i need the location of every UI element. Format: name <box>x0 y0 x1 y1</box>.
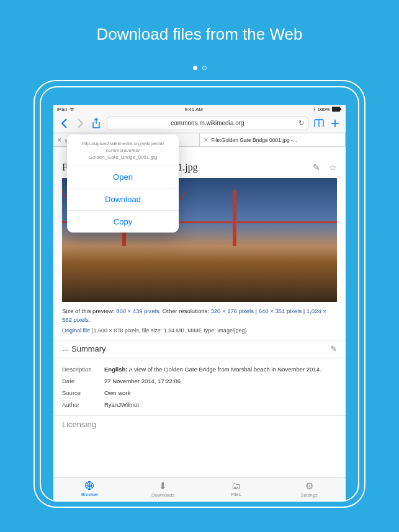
wifi-icon <box>69 107 75 112</box>
forward-button <box>74 118 86 128</box>
edit-icon[interactable]: ✎ <box>313 162 320 172</box>
popover-copy[interactable]: Copy <box>67 211 179 233</box>
gear-icon: ⚙ <box>305 481 313 492</box>
svg-rect-1 <box>340 108 341 110</box>
summary-table: DescriptionEnglish: A view of the Golden… <box>53 358 346 415</box>
image-meta: Size of this preview: 800 × 439 pixels. … <box>53 307 346 327</box>
battery-icon <box>332 107 342 112</box>
summary-header[interactable]: ︿Summary ✎ <box>53 340 346 358</box>
close-icon[interactable]: ✕ <box>57 137 62 143</box>
chevron-up-icon: ︿ <box>62 345 69 353</box>
tab-downloads[interactable]: ⬇Downloads <box>127 477 200 500</box>
device-frame-inner: iPad 9:41 AM ᚼ 100% commons.m.wikimedia.… <box>40 86 359 502</box>
tab-label: File:Golden Gate Bridge 0001.jpg -... <box>212 137 297 143</box>
table-row: DescriptionEnglish: A view of the Golden… <box>62 363 337 375</box>
bluetooth-icon: ᚼ <box>313 107 316 112</box>
browser-toolbar: commons.m.wikimedia.org ↻ <box>53 113 346 133</box>
page-dots <box>0 61 399 73</box>
share-button[interactable] <box>91 118 102 128</box>
battery-label: 100% <box>318 107 330 112</box>
table-row: Date27 November 2014, 17:22:06 <box>62 375 337 387</box>
url-text: commons.m.wikimedia.org <box>171 120 244 126</box>
edit-icon[interactable]: ✎ <box>330 344 337 353</box>
tab-files[interactable]: 🗂︎Files <box>200 477 273 500</box>
tab-2[interactable]: ✕File:Golden Gate Bridge 0001.jpg -... <box>200 133 346 146</box>
size-link[interactable]: 800 × 439 pixels <box>116 308 159 314</box>
back-button[interactable] <box>58 118 69 128</box>
res-link-2[interactable]: 640 × 351 pixels <box>259 308 302 314</box>
url-bar[interactable]: commons.m.wikimedia.org ↻ <box>107 117 308 130</box>
popover-url: http://upload.wikimedia.org/wikipedia/ c… <box>67 135 179 166</box>
original-file-line: Original file (1,600 × 878 pixels, file … <box>53 327 346 340</box>
status-bar: iPad 9:41 AM ᚼ 100% <box>53 105 346 113</box>
table-row: SourceOwn work <box>62 387 337 399</box>
tab-browser[interactable]: 🌐︎Browser <box>53 477 127 500</box>
hero-title: Download files from the Web <box>0 0 399 61</box>
original-file-link[interactable]: Original file <box>62 327 90 334</box>
status-time: 9:41 AM <box>185 107 203 112</box>
tab-settings[interactable]: ⚙Settings <box>272 477 346 500</box>
res-link-1[interactable]: 320 × 176 pixels <box>211 308 254 314</box>
folder-icon: 🗂︎ <box>231 481 241 491</box>
bottom-tab-bar: 🌐︎Browser ⬇Downloads 🗂︎Files ⚙Settings <box>53 477 346 500</box>
popover-open[interactable]: Open <box>67 166 179 188</box>
table-row: AuthorRyanJWilmot <box>62 399 337 410</box>
download-icon: ⬇ <box>159 481 167 492</box>
svg-rect-0 <box>332 107 340 112</box>
bookmarks-button[interactable] <box>313 119 325 128</box>
screen: iPad 9:41 AM ᚼ 100% commons.m.wikimedia.… <box>53 105 346 500</box>
reload-icon[interactable]: ↻ <box>298 119 304 127</box>
licensing-header[interactable]: Licensing <box>53 415 346 433</box>
share-popover: http://upload.wikimedia.org/wikipedia/ c… <box>67 135 179 233</box>
star-icon[interactable]: ☆ <box>329 162 337 172</box>
new-tab-button[interactable] <box>330 118 341 128</box>
device-frame-outer: iPad 9:41 AM ᚼ 100% commons.m.wikimedia.… <box>34 80 365 508</box>
popover-download[interactable]: Download <box>67 188 179 211</box>
device-label: iPad <box>57 107 67 112</box>
globe-icon: 🌐︎ <box>85 481 94 491</box>
close-icon[interactable]: ✕ <box>204 137 208 143</box>
